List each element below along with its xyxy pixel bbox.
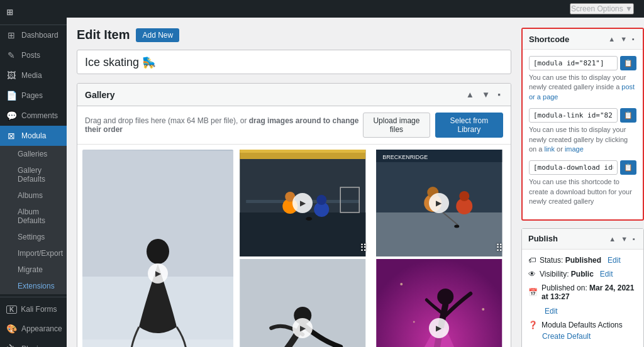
gallery-item-5[interactable]: ▶ ⠿ [372, 259, 506, 347]
status-edit-link[interactable]: Edit [608, 256, 621, 265]
shortcode-row-3: 📋 You can use this shortcode to create a… [529, 160, 636, 206]
publish-meta-box: Publish ▲ ▼ ▪ 🏷 Status: Published Edit 👁 [521, 228, 644, 347]
play-button-3[interactable]: ▶ [429, 193, 449, 213]
gallery-title: Gallery [85, 90, 114, 100]
shortcode-input-wrap-1: 📋 [529, 56, 636, 70]
published-edit-link[interactable]: Edit [545, 307, 558, 316]
shortcode-input-1[interactable] [529, 56, 618, 70]
editor-area: Edit Item Add New Gallery ▲ ▼ ▪ Drag [67, 18, 521, 347]
add-new-button[interactable]: Add New [136, 28, 179, 42]
sidebar-item-dashboard[interactable]: ⊞ Dashboard [0, 25, 67, 45]
shortcode-input-2[interactable] [529, 108, 618, 123]
item-title-input[interactable] [77, 50, 511, 74]
upload-image-files-button[interactable]: Upload image files [363, 113, 430, 138]
shortcode-input-wrap-2: 📋 [529, 108, 636, 123]
sidebar-sub-extensions[interactable]: Extensions [0, 278, 67, 294]
gallery-toggle[interactable]: ▪ [495, 89, 503, 101]
sidebar-item-comments[interactable]: 💬 Comments [0, 106, 67, 126]
play-button-5[interactable]: ▶ [429, 318, 449, 338]
sidebar-item-kali-forms[interactable]: K Kali Forms [0, 300, 67, 319]
page-title: Edit Item [77, 28, 130, 42]
sidebar-item-modula[interactable]: ⊠ Modula [0, 126, 67, 146]
drag-handle-2: ⠿ [360, 242, 367, 254]
sidebar-item-posts[interactable]: ✎ Posts [0, 45, 67, 65]
upload-buttons: Upload image files Select from Library [363, 113, 503, 138]
gallery-item-1[interactable]: ▶ ⠿ [82, 150, 233, 347]
gallery-item-2[interactable]: ▶ ⠿ [236, 150, 370, 256]
sidebar-sub-album-defaults[interactable]: Album Defaults [0, 204, 67, 229]
svg-point-33 [400, 283, 402, 285]
play-button-1[interactable]: ▶ [148, 263, 168, 284]
gallery-controls: ▲ ▼ ▪ [464, 89, 503, 101]
upload-instructions: Drag and drop files here (max 64 MB per … [85, 116, 363, 134]
play-button-2[interactable]: ▶ [292, 193, 313, 213]
shortcode-input-wrap-3: 📋 [529, 160, 636, 175]
sidebar-sub-galleries[interactable]: Galleries [0, 146, 67, 162]
create-default-link[interactable]: Create Default [542, 332, 637, 341]
svg-point-25 [454, 225, 459, 228]
visibility-text: Visibility: Public [540, 270, 594, 278]
screen-options-button[interactable]: Screen Options ▼ [570, 3, 634, 14]
sidebar-item-label: Dashboard [21, 31, 58, 40]
shortcode-copy-button-1[interactable]: 📋 [620, 56, 636, 70]
plugins-icon: 🔌 [6, 344, 16, 347]
shortcode-toggle[interactable]: ▪ [630, 34, 636, 44]
publish-collapse-up[interactable]: ▲ [607, 234, 618, 244]
main-wrapper: Screen Options ▼ Edit Item Add New Galle… [67, 0, 644, 347]
visibility-icon: 👁 [528, 270, 536, 278]
comments-icon: 💬 [6, 111, 16, 121]
sidebar-item-label: Appearance [21, 324, 62, 333]
published-on-row: 📅 Published on: Mar 24, 2021 at 13:27 [528, 284, 637, 301]
visibility-edit-link[interactable]: Edit [600, 270, 613, 278]
sidebar-item-label: Comments [21, 111, 58, 120]
top-bar: Screen Options ▼ [67, 0, 644, 18]
svg-point-35 [413, 321, 414, 323]
shortcode-collapse-up[interactable]: ▲ [606, 34, 617, 44]
gallery-box: Gallery ▲ ▼ ▪ Drag and drop files here (… [77, 83, 511, 347]
sidebar-sub-import-export[interactable]: Import/Export [0, 245, 67, 262]
svg-point-34 [482, 308, 484, 311]
modula-submenu: Galleries Gallery Defaults Albums Album … [0, 146, 67, 294]
sidebar-item-label: Media [21, 71, 42, 80]
shortcode-controls: ▲ ▼ ▪ [606, 34, 636, 44]
sidebar-item-label: Plugins [21, 344, 46, 347]
shortcode-link-1[interactable]: post or a page [529, 83, 635, 100]
sidebar-item-pages[interactable]: 📄 Pages [0, 85, 67, 106]
sidebar-item-plugins[interactable]: 🔌 Plugins [0, 339, 67, 347]
shortcode-collapse-down[interactable]: ▼ [618, 34, 629, 44]
page-header: Edit Item Add New [77, 28, 511, 42]
wordpress-icon: ⊞ [6, 8, 13, 17]
shortcode-copy-button-2[interactable]: 📋 [620, 108, 636, 123]
publish-toggle[interactable]: ▪ [631, 234, 637, 244]
calendar-icon: 📅 [528, 288, 538, 297]
svg-point-14 [306, 217, 312, 221]
shortcode-title: Shortcode [529, 35, 569, 44]
gallery-collapse-up[interactable]: ▲ [464, 89, 477, 101]
shortcode-copy-button-3[interactable]: 📋 [620, 160, 636, 175]
shortcode-header: Shortcode ▲ ▼ ▪ [523, 29, 643, 50]
publish-header: Publish ▲ ▼ ▪ [522, 229, 643, 250]
shortcode-desc-2: You can use this to display your newly c… [529, 125, 636, 154]
shortcode-link-2[interactable]: link [544, 145, 555, 153]
svg-rect-19 [376, 212, 502, 256]
publish-collapse-down[interactable]: ▼ [619, 234, 630, 244]
sidebar-sub-settings[interactable]: Settings [0, 229, 67, 245]
shortcode-link-3[interactable]: image [565, 145, 584, 153]
svg-rect-5 [240, 212, 365, 256]
gallery-item-4[interactable]: ▶ ⠿ [236, 259, 370, 347]
status-text: Status: Published [540, 256, 601, 265]
gallery-collapse-down[interactable]: ▼ [479, 89, 492, 101]
sidebar-item-media[interactable]: 🖼 Media [0, 65, 67, 85]
pages-icon: 📄 [6, 91, 16, 101]
sidebar-sub-gallery-defaults[interactable]: Gallery Defaults [0, 162, 67, 187]
gallery-upload-bar: Drag and drop files here (max 64 MB per … [77, 106, 511, 145]
shortcode-input-3[interactable] [529, 160, 618, 175]
select-from-library-button[interactable]: Select from Library [435, 113, 503, 138]
sidebar-item-label: Pages [21, 91, 43, 100]
publish-body: 🏷 Status: Published Edit 👁 Visibility: P… [522, 250, 643, 347]
sidebar-sub-albums[interactable]: Albums [0, 187, 67, 204]
sidebar-item-appearance[interactable]: 🎨 Appearance [0, 319, 67, 339]
play-button-4[interactable]: ▶ [292, 318, 313, 338]
gallery-item-3[interactable]: BRECKENRIDGE [372, 150, 506, 256]
sidebar-sub-migrate[interactable]: Migrate [0, 262, 67, 278]
